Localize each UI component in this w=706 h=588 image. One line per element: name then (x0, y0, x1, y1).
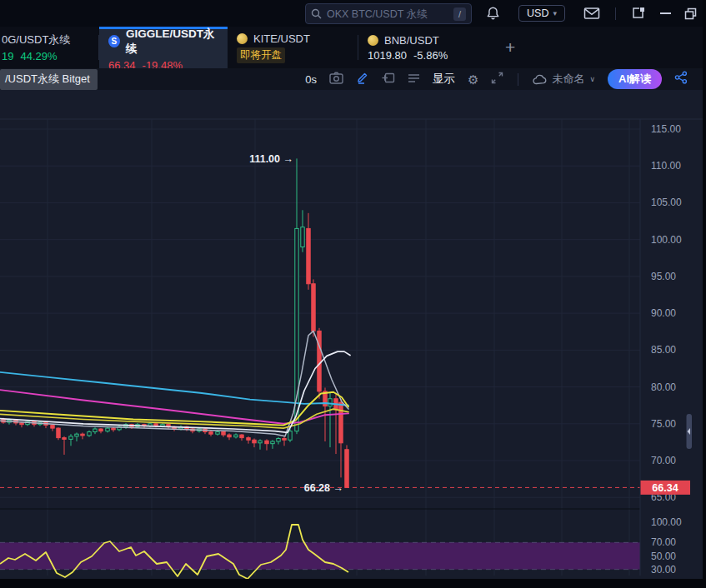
price-tick: 95.00 (651, 271, 676, 282)
chevron-down-icon: ▾ (553, 9, 557, 17)
candles-layer (2, 158, 348, 488)
messages-envelope-icon[interactable] (583, 7, 600, 20)
interval-button[interactable]: 0s (305, 73, 317, 86)
indicator-list-icon[interactable] (408, 72, 420, 87)
currency-label: USD (527, 7, 548, 19)
symbol-tooltip: /USDT永续 Bitget (0, 69, 98, 90)
draw-pencil-icon[interactable] (356, 71, 369, 87)
restore-window-icon[interactable] (683, 7, 698, 21)
detach-panel-icon[interactable] (631, 6, 646, 21)
price-tick: 75.00 (651, 418, 676, 430)
chart-toolbar: 0s (0, 68, 706, 90)
opening-soon-badge: 即将开盘 (237, 47, 285, 63)
price-tick: 110.00 (651, 160, 681, 172)
tab-change: -5.86% (413, 49, 448, 62)
minimize-window-icon[interactable] (660, 12, 671, 14)
price-tick: 70.00 (651, 455, 676, 466)
layout-name: 未命名 (552, 72, 584, 87)
layout-menu[interactable]: 未命名 ∨ (533, 72, 595, 87)
tab-kite-usdt[interactable]: KITE/USDT 即将开盘 (228, 27, 351, 68)
tab-title: GIGGLE/USDT永续 (126, 27, 218, 57)
tab-title: 0G/USDT永续 (2, 32, 70, 47)
rsi-tick: 50.00 (651, 551, 676, 562)
rsi-band (0, 542, 640, 569)
notifications-bell-icon[interactable] (486, 6, 500, 21)
toolbar-separator (518, 73, 518, 86)
titlebar-separator (615, 7, 616, 20)
bnb-coin-icon (368, 35, 378, 46)
kite-coin-icon (237, 33, 248, 44)
high-price-label: 111.00 → (249, 153, 293, 165)
price-chart[interactable]: 111.00 →66.28 →115.00110.00105.00100.009… (0, 90, 706, 579)
giggle-coin-icon: S (108, 35, 120, 47)
rsi-tick: 30.00 (651, 564, 676, 576)
titlebar: / USD ▾ (0, 0, 706, 27)
trading-app: / USD ▾ (0, 0, 706, 588)
search-shortcut-key: / (453, 7, 466, 21)
ai-analysis-button[interactable]: AI解读 (608, 69, 662, 89)
low-price-label: 66.28 → (304, 482, 343, 494)
fullscreen-expand-icon[interactable] (491, 72, 503, 87)
price-tick: 90.00 (651, 307, 676, 319)
svg-text:66.34: 66.34 (652, 482, 678, 494)
price-tick: 85.00 (651, 344, 676, 356)
tab-change: 44.29% (20, 50, 57, 62)
bottom-bar (0, 579, 706, 588)
tab-price: 19 (2, 50, 13, 62)
tab-title: KITE/USDT (253, 32, 310, 45)
tab-giggle-usdt-active[interactable]: S GIGGLE/USDT永续 66.34 -19.48% (99, 27, 228, 68)
chevron-down-icon: ∨ (589, 75, 595, 83)
price-tick: 105.00 (651, 197, 682, 208)
right-edge (703, 0, 706, 588)
price-tick: 80.00 (651, 381, 676, 393)
chart-panel: 111.00 →66.28 →115.00110.00105.00100.009… (0, 90, 706, 579)
currency-dropdown[interactable]: USD ▾ (518, 5, 565, 22)
symbol-tabbar: 0G/USDT永续 19 44.29% S GIGGLE/USDT永续 66.3… (0, 27, 706, 68)
share-icon[interactable] (674, 71, 688, 87)
tab-0g-usdt[interactable]: 0G/USDT永续 19 44.29% (0, 27, 98, 68)
rsi-tick: 70.00 (651, 536, 676, 548)
display-button[interactable]: 显示 (433, 72, 455, 87)
screenshot-camera-icon[interactable] (329, 72, 343, 87)
search-icon (311, 8, 322, 19)
cloud-icon (533, 74, 547, 85)
tab-bnb-usdt[interactable]: BNB/USDT 1019.80 -5.86% (358, 27, 467, 68)
search-box[interactable]: / (305, 3, 472, 24)
tab-price: 1019.80 (368, 49, 407, 62)
search-input[interactable] (327, 8, 448, 20)
settings-gear-icon[interactable]: ⚙ (468, 73, 478, 86)
add-tab-button[interactable]: + (505, 39, 515, 56)
last-price-badge: 66.34 (641, 481, 691, 495)
rsi-tick: 100.00 (651, 516, 682, 528)
compare-add-icon[interactable] (382, 71, 395, 87)
price-tick: 115.00 (651, 123, 681, 135)
price-tick: 100.00 (651, 234, 682, 246)
tab-title: BNB/USDT (384, 34, 439, 47)
